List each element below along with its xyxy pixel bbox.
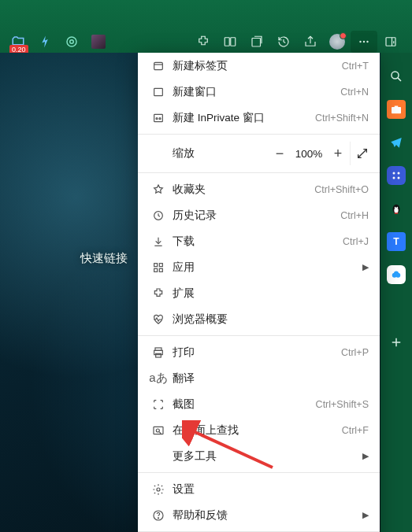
telegram-icon[interactable] (387, 133, 406, 152)
svg-point-16 (394, 208, 398, 214)
menu-new-inprivate[interactable]: 新建 InPrivate 窗口 Ctrl+Shift+N (138, 105, 380, 131)
svg-point-26 (156, 117, 158, 119)
screenshot-icon (149, 398, 168, 411)
menu-find[interactable]: 在页面上查找 Ctrl+F (138, 417, 380, 443)
label: 新建标签页 (168, 59, 342, 73)
chevron-right-icon: ▶ (362, 451, 369, 461)
search-icon[interactable] (387, 67, 406, 86)
heartbeat-icon (149, 313, 168, 326)
svg-rect-10 (392, 107, 401, 113)
shortcut: Ctrl+Shift+S (316, 399, 369, 410)
svg-rect-30 (159, 263, 162, 266)
add-sidebar-icon[interactable] (387, 333, 406, 352)
label: 在页面上查找 (168, 423, 342, 438)
svg-rect-3 (231, 37, 236, 46)
download-icon (149, 235, 168, 248)
menu-new-tab[interactable]: 新建标签页 Ctrl+T (138, 53, 380, 79)
split-screen-icon[interactable] (217, 31, 243, 53)
share-icon[interactable] (297, 31, 324, 53)
svg-rect-31 (154, 268, 158, 272)
label: 设置 (168, 482, 369, 497)
shortcut: Ctrl+J (343, 236, 369, 247)
penguin-icon[interactable] (387, 199, 406, 218)
zoom-percent: 100% (291, 148, 326, 160)
extensions-icon[interactable] (190, 31, 217, 53)
chevron-right-icon: ▶ (362, 510, 369, 520)
svg-point-5 (359, 40, 361, 42)
leaf-icon[interactable] (32, 31, 58, 53)
profile-avatar[interactable] (324, 31, 351, 53)
svg-point-27 (159, 117, 161, 119)
menu-more-tools[interactable]: 更多工具 ▶ (138, 443, 380, 469)
menu-downloads[interactable]: 下载 Ctrl+J (138, 228, 380, 254)
svg-point-17 (395, 207, 396, 209)
svg-rect-32 (159, 268, 162, 272)
browser-menu: 新建标签页 Ctrl+T 新建窗口 Ctrl+N 新建 InPrivate 窗口… (138, 53, 380, 532)
menu-browser-essentials[interactable]: 浏览器概要 (138, 306, 380, 332)
more-button[interactable] (351, 31, 377, 53)
label: 应用 (168, 260, 362, 275)
svg-point-18 (397, 207, 399, 209)
chevron-right-icon: ▶ (362, 262, 369, 272)
zoom-in-button[interactable]: + (326, 142, 350, 165)
history-icon[interactable] (270, 31, 297, 53)
translate-icon: aあ (149, 371, 168, 386)
label: 扩展 (168, 286, 369, 301)
svg-point-13 (393, 177, 395, 179)
menu-new-window[interactable]: 新建窗口 Ctrl+N (138, 79, 380, 105)
menu-screenshot[interactable]: 截图 Ctrl+Shift+S (138, 391, 380, 417)
fullscreen-button[interactable] (350, 142, 373, 165)
app-grid-icon[interactable] (387, 166, 406, 185)
collections-icon[interactable] (243, 31, 270, 53)
shortcut: Ctrl+T (342, 61, 369, 72)
menu-settings[interactable]: 设置 (138, 476, 380, 502)
cloud-app-icon[interactable] (387, 265, 406, 284)
svg-point-0 (67, 37, 76, 46)
svg-point-1 (70, 39, 74, 43)
svg-point-38 (157, 488, 160, 491)
label: 下载 (168, 235, 343, 249)
svg-rect-23 (154, 62, 163, 69)
svg-point-6 (363, 40, 365, 42)
inprivate-icon (149, 112, 168, 124)
folder-icon[interactable]: 0.20 (5, 31, 32, 53)
svg-point-9 (392, 72, 399, 79)
history-icon (149, 209, 168, 222)
avatar-tab-icon[interactable] (85, 31, 112, 53)
label: 收藏夹 (168, 183, 314, 197)
svg-point-11 (393, 172, 395, 175)
menu-extensions[interactable]: 扩展 (138, 280, 380, 306)
menu-history[interactable]: 历史记录 Ctrl+H (138, 202, 380, 228)
app-icon[interactable] (58, 31, 85, 53)
right-sidebar: T (380, 53, 412, 532)
menu-apps[interactable]: 应用 ▶ (138, 254, 380, 280)
svg-point-7 (366, 40, 368, 42)
svg-point-37 (156, 429, 159, 432)
gear-icon (149, 483, 168, 496)
svg-rect-2 (225, 37, 229, 46)
menu-favorites[interactable]: 收藏夹 Ctrl+Shift+O (138, 176, 380, 202)
shortcut: Ctrl+N (340, 87, 369, 98)
shortcut: Ctrl+P (341, 347, 369, 358)
label: 翻译 (168, 371, 369, 386)
label: 帮助和反馈 (168, 508, 362, 523)
t-app-icon[interactable]: T (387, 232, 406, 251)
sidebar-toggle-icon[interactable] (377, 31, 404, 53)
menu-help[interactable]: 帮助和反馈 ▶ (138, 502, 380, 528)
shortcut: Ctrl+F (342, 425, 369, 436)
shortcut: Ctrl+H (340, 210, 369, 221)
label: 缩放 (149, 146, 268, 161)
print-icon (149, 346, 168, 359)
label: 新建 InPrivate 窗口 (168, 111, 315, 125)
star-icon (149, 183, 168, 196)
label: 历史记录 (168, 209, 340, 223)
zoom-out-button[interactable]: − (268, 142, 291, 165)
briefcase-icon[interactable] (387, 100, 406, 119)
svg-point-22 (394, 272, 399, 276)
label: 截图 (168, 397, 316, 412)
new-tab-icon (149, 60, 168, 72)
help-icon (149, 509, 168, 522)
svg-rect-35 (156, 353, 161, 357)
menu-print[interactable]: 打印 Ctrl+P (138, 339, 380, 365)
shortcut: Ctrl+Shift+N (315, 113, 369, 124)
